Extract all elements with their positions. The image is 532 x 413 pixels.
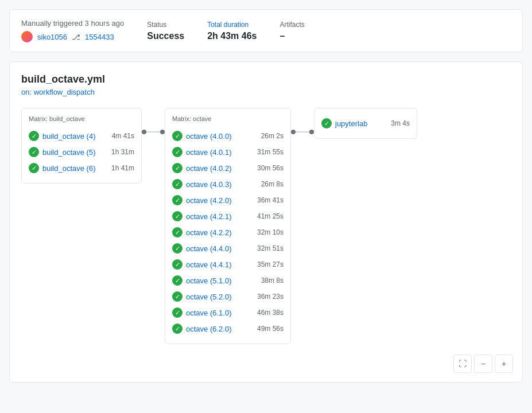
- commit-hash[interactable]: 1554433: [85, 33, 114, 41]
- status-section: Status Success: [147, 21, 184, 41]
- octave-job-name[interactable]: octave (4.0.1): [186, 148, 232, 157]
- matrix-build-box: Matrix: build_octave ✓ build_octave (4) …: [21, 108, 142, 184]
- check-icon: ✓: [172, 163, 182, 173]
- build-job-name[interactable]: build_octave (4): [42, 132, 96, 141]
- octave-job-name[interactable]: octave (4.4.1): [186, 260, 232, 269]
- octave-job-row: ✓ octave (4.0.1) 31m 55s: [172, 144, 284, 160]
- octave-job-duration: 49m 56s: [257, 325, 284, 333]
- octave-job-duration: 38m 8s: [261, 276, 284, 285]
- build-job-row: ✓ build_octave (6) 1h 41m: [29, 160, 134, 176]
- check-icon: ✓: [172, 259, 182, 270]
- octave-jobs-list: ✓ octave (4.0.0) 26m 2s ✓ octave (4.0.1)…: [172, 128, 284, 337]
- matrix-build-label: Matrix: build_octave: [29, 115, 134, 122]
- check-icon: ✓: [172, 147, 182, 157]
- connector-2: [291, 108, 314, 134]
- build-job-duration: 1h 41m: [111, 164, 134, 172]
- octave-job-name[interactable]: octave (4.0.3): [186, 180, 232, 189]
- matrix-octave-label: Matrix: octave: [172, 115, 284, 122]
- dot-right-1: [160, 130, 165, 134]
- workflow-title: build_octave.yml: [21, 73, 511, 85]
- dot-left-2: [291, 130, 296, 134]
- octave-job-name[interactable]: octave (4.2.0): [186, 196, 232, 205]
- octave-job-row: ✓ octave (5.1.0) 38m 8s: [172, 272, 284, 289]
- jupyterlab-duration: 3m 4s: [391, 119, 410, 127]
- dot-left-1: [142, 130, 146, 134]
- octave-job-name[interactable]: octave (4.0.0): [186, 132, 232, 141]
- matrix-octave-box: Matrix: octave ✓ octave (4.0.0) 26m 2s ✓…: [165, 108, 291, 344]
- main-card: build_octave.yml on: workflow_dispatch M…: [9, 61, 523, 383]
- octave-job-name[interactable]: octave (5.1.0): [186, 276, 232, 285]
- octave-job-duration: 36m 41s: [257, 196, 284, 204]
- workflow-trigger[interactable]: on: workflow_dispatch: [21, 88, 511, 96]
- octave-job-duration: 32m 51s: [257, 244, 284, 252]
- check-icon: ✓: [172, 291, 182, 302]
- octave-job-name[interactable]: octave (6.1.0): [186, 309, 232, 317]
- jupyterlab-row: ✓ jupyterlab 3m 4s: [321, 115, 410, 131]
- connector-1: [142, 108, 165, 134]
- octave-job-row: ✓ octave (4.2.2) 32m 10s: [172, 224, 284, 240]
- check-icon: ✓: [172, 195, 182, 205]
- top-card: Manually triggered 3 hours ago siko1056 …: [9, 9, 523, 52]
- artifacts-label: Artifacts: [279, 21, 304, 29]
- octave-job-name[interactable]: octave (4.2.1): [186, 212, 232, 221]
- duration-section: Total duration 2h 43m 46s: [207, 21, 257, 41]
- check-icon: ✓: [172, 275, 182, 286]
- octave-job-name[interactable]: octave (5.2.0): [186, 293, 232, 301]
- duration-label: Total duration: [207, 21, 257, 29]
- octave-job-duration: 26m 8s: [261, 180, 284, 188]
- octave-job-name[interactable]: octave (6.2.0): [186, 325, 232, 333]
- octave-job-row: ✓ octave (5.2.0) 36m 23s: [172, 289, 284, 305]
- octave-job-row: ✓ octave (4.2.0) 36m 41s: [172, 192, 284, 208]
- build-jobs-list: ✓ build_octave (4) 4m 41s ✓ build_octave…: [29, 128, 134, 176]
- expand-button[interactable]: ⛶: [453, 354, 472, 373]
- dot-right-2: [309, 130, 314, 134]
- octave-job-row: ✓ octave (4.0.3) 26m 8s: [172, 176, 284, 192]
- build-job-name[interactable]: build_octave (6): [42, 164, 96, 173]
- check-icon: ✓: [29, 147, 39, 157]
- trigger-info: Manually triggered 3 hours ago siko1056 …: [21, 19, 124, 42]
- workflow-graph: Matrix: build_octave ✓ build_octave (4) …: [21, 108, 511, 344]
- trigger-text: Manually triggered 3 hours ago: [21, 19, 124, 28]
- build-job-duration: 4m 41s: [112, 132, 134, 140]
- octave-job-duration: 35m 27s: [257, 260, 284, 268]
- build-job-row: ✓ build_octave (5) 1h 31m: [29, 144, 134, 160]
- zoom-in-button[interactable]: +: [495, 354, 513, 373]
- octave-job-name[interactable]: octave (4.4.0): [186, 244, 232, 253]
- avatar: [21, 31, 33, 42]
- jupyterlab-name[interactable]: jupyterlab: [335, 119, 367, 128]
- check-icon-jupyterlab: ✓: [321, 118, 332, 128]
- octave-job-row: ✓ octave (6.1.0) 46m 38s: [172, 305, 284, 321]
- status-label: Status: [147, 21, 184, 29]
- artifacts-section: Artifacts –: [279, 21, 304, 41]
- octave-job-row: ✓ octave (4.0.0) 26m 2s: [172, 128, 284, 144]
- octave-job-row: ✓ octave (6.2.0) 49m 56s: [172, 321, 284, 337]
- zoom-out-button[interactable]: −: [474, 354, 492, 373]
- octave-job-duration: 36m 23s: [257, 293, 284, 301]
- octave-job-row: ✓ octave (4.0.2) 30m 56s: [172, 160, 284, 176]
- check-icon: ✓: [172, 211, 182, 221]
- build-job-name[interactable]: build_octave (5): [42, 148, 96, 157]
- octave-job-duration: 46m 38s: [257, 309, 284, 317]
- octave-job-duration: 32m 10s: [257, 228, 284, 236]
- octave-job-duration: 41m 25s: [257, 212, 284, 220]
- octave-job-name[interactable]: octave (4.2.2): [186, 228, 232, 237]
- check-icon: ✓: [29, 163, 39, 173]
- username[interactable]: siko1056: [37, 33, 67, 41]
- check-icon: ✓: [172, 179, 182, 189]
- octave-job-duration: 26m 2s: [261, 132, 284, 140]
- check-icon: ✓: [172, 243, 182, 254]
- check-icon: ✓: [172, 307, 182, 318]
- check-icon: ✓: [172, 131, 182, 141]
- jupyterlab-box: ✓ jupyterlab 3m 4s: [314, 108, 417, 139]
- octave-job-row: ✓ octave (4.2.1) 41m 25s: [172, 208, 284, 224]
- octave-job-name[interactable]: octave (4.0.2): [186, 164, 232, 173]
- bottom-controls: ⛶ − +: [453, 354, 513, 373]
- trigger-user: siko1056 ⎇ 1554433: [21, 31, 124, 42]
- build-job-row: ✓ build_octave (4) 4m 41s: [29, 128, 134, 144]
- duration-value: 2h 43m 46s: [207, 31, 257, 41]
- check-icon: ✓: [29, 131, 39, 141]
- octave-job-duration: 31m 55s: [257, 148, 284, 156]
- commit-icon: ⎇: [72, 33, 80, 41]
- check-icon: ✓: [172, 227, 182, 237]
- octave-job-row: ✓ octave (4.4.1) 35m 27s: [172, 256, 284, 272]
